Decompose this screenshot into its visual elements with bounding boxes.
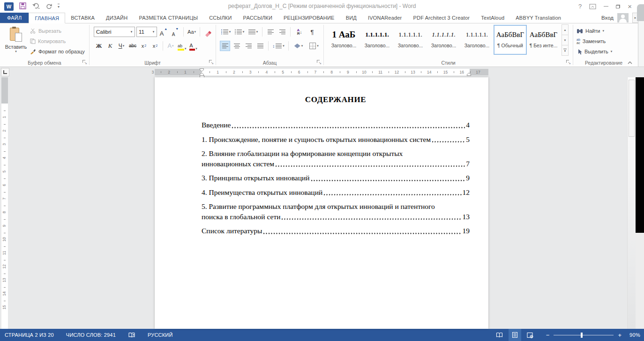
language-indicator[interactable]: РУССКИЙ xyxy=(148,332,173,338)
show-paragraph-marks-button[interactable]: ¶ xyxy=(307,27,317,37)
style-item[interactable]: 1.1.1.1.1.Заголово... xyxy=(460,25,494,55)
ribbon-tab-7[interactable]: РЕЦЕНЗИРОВАНИЕ xyxy=(278,13,340,23)
style-item[interactable]: 1.1.1.1.1.Заголово... xyxy=(427,25,460,55)
shrink-font-button[interactable]: А▼ xyxy=(170,27,180,37)
scrollbar-thumb[interactable] xyxy=(629,80,635,137)
minimize-button[interactable] xyxy=(604,6,608,7)
user-avatar[interactable] xyxy=(617,13,629,22)
format-painter-button[interactable]: Формат по образцу xyxy=(30,46,85,57)
ribbon-tab-3[interactable]: ДИЗАЙН xyxy=(100,13,133,23)
sort-button[interactable]: АЯ ↓ xyxy=(293,27,306,37)
restore-button[interactable] xyxy=(616,5,620,8)
font-dialog-launcher[interactable]: ↘ xyxy=(209,59,214,65)
close-button[interactable]: × xyxy=(628,3,632,10)
undo-button[interactable] xyxy=(32,3,40,10)
highlight-color-button[interactable]: ab ▾ xyxy=(177,41,187,51)
web-layout-button[interactable] xyxy=(524,329,537,341)
zoom-level[interactable]: 90% xyxy=(625,332,640,338)
gallery-more-button[interactable]: ▼ xyxy=(562,45,569,56)
toc-entry[interactable]: 3. Принципы открытых инноваций9 xyxy=(202,173,470,183)
document-page[interactable]: СОДЕРЖАНИЕ Введение41. Происхождение, по… xyxy=(155,77,488,329)
ribbon-tab-6[interactable]: РАССЫЛКИ xyxy=(238,13,278,23)
toc-entry[interactable]: 4. Преимущества открытых инноваций12 xyxy=(202,187,470,198)
vertical-scrollbar[interactable] xyxy=(627,77,636,329)
find-button[interactable]: Найти ▾ xyxy=(577,26,604,36)
toc-entry[interactable]: Введение4 xyxy=(202,120,470,130)
copy-button[interactable]: Копировать xyxy=(30,36,66,46)
zoom-slider[interactable]: − + xyxy=(546,332,622,338)
ribbon-tab-4[interactable]: РАЗМЕТКА СТРАНИЦЫ xyxy=(133,13,203,23)
change-case-button[interactable]: Аа▾ xyxy=(187,27,197,37)
gallery-scroll-down-button[interactable]: ▼ xyxy=(562,35,569,45)
select-button[interactable]: Выделить ▾ xyxy=(577,46,612,57)
subscript-button[interactable]: x2 xyxy=(139,41,149,51)
font-color-button[interactable]: А ▾ xyxy=(188,41,199,51)
styles-dialog-launcher[interactable]: ↘ xyxy=(566,59,571,65)
gallery-scroll-up-button[interactable]: ▲ xyxy=(562,24,569,35)
ribbon-tab-12[interactable]: ABBYY Translation xyxy=(510,13,567,23)
toc-entry[interactable]: 2. Влияние глобализации на формирование … xyxy=(202,148,470,169)
ribbon-tab-11[interactable]: TextAloud xyxy=(475,13,510,23)
zoom-slider-thumb[interactable] xyxy=(581,333,583,338)
help-button[interactable]: ? xyxy=(578,3,582,9)
clear-formatting-button[interactable] xyxy=(203,27,213,37)
zoom-slider-track[interactable] xyxy=(554,335,614,335)
grow-font-button[interactable]: А▲ xyxy=(158,27,169,37)
tab-selector-button[interactable] xyxy=(1,68,9,76)
page-indicator[interactable]: СТРАНИЦА 2 ИЗ 20 xyxy=(5,332,54,338)
strikethrough-button[interactable]: abc xyxy=(127,41,138,51)
italic-button[interactable]: К xyxy=(105,41,115,51)
ribbon-tab-8[interactable]: ВИД xyxy=(340,13,362,23)
collapse-ribbon-button[interactable] xyxy=(627,60,633,64)
toc-entry[interactable]: 1. Происхождение, понятие и сущность отк… xyxy=(202,134,470,145)
font-family-combo[interactable]: Calibri ▾ xyxy=(94,27,135,37)
style-item[interactable]: 1.1.1.1.1.Заголово... xyxy=(360,25,394,55)
ribbon-tab-2[interactable]: ВСТАВКА xyxy=(65,13,100,23)
borders-button[interactable]: ▾ xyxy=(307,41,321,51)
ribbon-tab-1[interactable]: ГЛАВНАЯ xyxy=(29,13,65,23)
decrease-indent-button[interactable] xyxy=(265,27,276,37)
sign-in-link[interactable]: Вход xyxy=(601,15,614,21)
clipboard-dialog-launcher[interactable]: ↘ xyxy=(82,59,87,65)
style-item[interactable]: 1.1.1.1.1.Заголово... xyxy=(394,25,427,55)
style-item[interactable]: АаБбВвГ¶ Обычный xyxy=(494,25,527,55)
toc-entry[interactable]: Список литературы19 xyxy=(202,226,470,236)
customize-qat-button[interactable]: ▾ xyxy=(58,4,60,9)
redo-button[interactable] xyxy=(45,3,52,10)
align-right-button[interactable] xyxy=(243,41,254,51)
underline-button[interactable]: Ч▾ xyxy=(116,41,127,51)
word-logo-icon[interactable]: W xyxy=(4,2,14,11)
ribbon-tab-9[interactable]: IVONAReader xyxy=(362,13,408,23)
bold-button[interactable]: Ж xyxy=(94,41,104,51)
shading-button[interactable]: ▾ xyxy=(292,41,306,51)
justify-button[interactable] xyxy=(255,41,265,51)
style-item[interactable]: АаБбВвГ¶ Без инте... xyxy=(527,25,560,55)
zoom-in-plus-icon[interactable]: + xyxy=(618,332,622,338)
zoom-out-minus-icon[interactable]: − xyxy=(546,332,550,338)
paste-button[interactable]: Вставить ▾ xyxy=(3,25,29,63)
multilevel-list-button[interactable]: ▾ xyxy=(247,27,259,37)
line-spacing-button[interactable]: ↕▾ xyxy=(271,41,285,51)
cut-button[interactable]: Вырезать xyxy=(30,26,61,36)
read-mode-button[interactable] xyxy=(493,329,506,341)
superscript-button[interactable]: x2 xyxy=(150,41,160,51)
style-item[interactable]: 1 АаБЗаголово... xyxy=(327,25,360,55)
replace-button[interactable]: abac Заменить xyxy=(577,36,606,46)
ribbon-tab-5[interactable]: ССЫЛКИ xyxy=(203,13,237,23)
bullets-button[interactable]: ▾ xyxy=(220,27,232,37)
ribbon-tab-0[interactable]: ФАЙЛ xyxy=(0,13,29,23)
print-layout-button[interactable] xyxy=(509,329,521,341)
align-left-button[interactable] xyxy=(220,41,230,51)
align-center-button[interactable] xyxy=(232,41,242,51)
ribbon-display-options-button[interactable] xyxy=(589,4,596,9)
ribbon-tab-10[interactable]: PDF Architect 3 Creator xyxy=(407,13,475,23)
paragraph-dialog-launcher[interactable]: ↘ xyxy=(316,59,322,65)
toc-entry[interactable]: 5. Развитие программных платформ для отк… xyxy=(202,201,470,222)
font-size-combo[interactable]: 11 ▾ xyxy=(136,27,157,37)
text-effects-button[interactable]: А▾ xyxy=(165,41,176,51)
proofing-status[interactable] xyxy=(128,332,135,338)
save-button[interactable] xyxy=(19,2,26,10)
numbering-button[interactable]: ▾ xyxy=(233,27,246,37)
word-count[interactable]: ЧИСЛО СЛОВ: 2941 xyxy=(66,332,116,338)
increase-indent-button[interactable] xyxy=(277,27,287,37)
